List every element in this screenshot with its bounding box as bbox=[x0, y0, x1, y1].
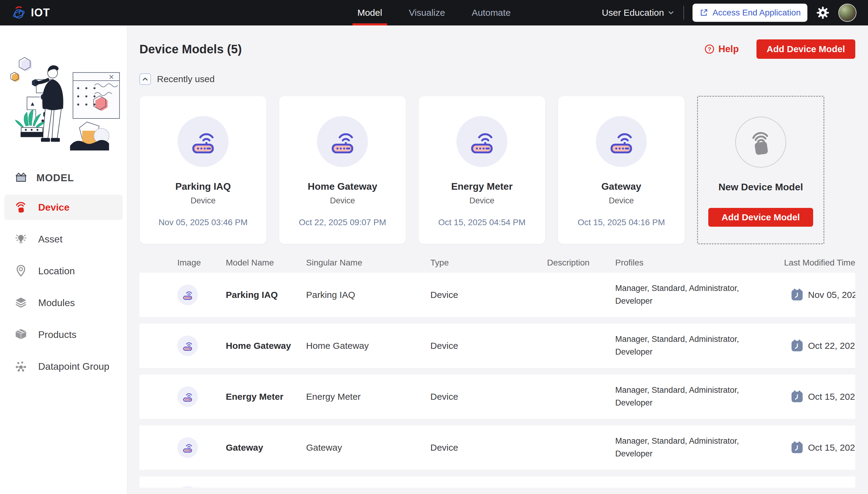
card-icon-circle bbox=[735, 117, 786, 168]
tab-visualize[interactable]: Visualize bbox=[404, 0, 450, 25]
card-type: Device bbox=[330, 196, 355, 206]
org-selector[interactable]: User Education bbox=[602, 7, 675, 18]
sidebar-section-label: MODEL bbox=[36, 172, 74, 184]
add-device-model-button[interactable]: Add Device Model bbox=[756, 39, 855, 59]
clock-icon bbox=[790, 390, 804, 403]
device-model-card[interactable]: Energy Meter Device Oct 15, 2025 04:54 P… bbox=[418, 96, 545, 244]
org-selector-label: User Education bbox=[602, 7, 664, 18]
row-avatar bbox=[177, 386, 198, 407]
card-modified-time: Oct 15, 2025 04:54 PM bbox=[438, 217, 525, 227]
card-icon-circle bbox=[457, 116, 507, 167]
card-modified-time: Nov 05, 2025 03:46 PM bbox=[158, 217, 248, 227]
column-header-model-name: Model Name bbox=[226, 258, 306, 268]
sidebar-illustration bbox=[6, 53, 121, 155]
topbar: IOT Model Visualize Automate User Educat… bbox=[0, 0, 868, 25]
card-type: Device bbox=[609, 196, 634, 206]
help-link[interactable]: Help bbox=[705, 44, 738, 55]
card-title: New Device Model bbox=[718, 182, 803, 193]
column-header-image: Image bbox=[139, 258, 226, 268]
device-model-card[interactable]: Home Gateway Device Oct 22, 2025 09:07 P… bbox=[279, 96, 406, 244]
router-device-icon bbox=[182, 340, 193, 352]
collapse-toggle-button[interactable] bbox=[139, 73, 151, 85]
recently-used-section: Recently used bbox=[139, 73, 855, 85]
settings-gear-icon[interactable] bbox=[816, 6, 830, 20]
card-icon-circle bbox=[178, 116, 229, 167]
row-avatar bbox=[177, 486, 198, 488]
hub-network-icon bbox=[14, 359, 28, 373]
row-avatar bbox=[177, 336, 198, 356]
router-device-icon bbox=[329, 128, 356, 155]
new-device-model-card[interactable]: New Device Model Add Device Model bbox=[697, 96, 824, 244]
table-row[interactable]: Home Gateway Home Gateway Device Manager… bbox=[139, 324, 855, 368]
clock-icon bbox=[790, 288, 804, 302]
router-device-icon bbox=[468, 128, 496, 155]
user-avatar[interactable] bbox=[838, 4, 856, 22]
app-title: IOT bbox=[31, 6, 50, 19]
card-modified-time: Oct 22, 2025 09:07 PM bbox=[299, 217, 386, 227]
column-header-last-modified: Last Modified Time bbox=[758, 258, 855, 268]
topbar-right: User Education Access End Application bbox=[602, 0, 868, 25]
router-device-icon bbox=[182, 442, 193, 453]
layers-icon bbox=[14, 296, 28, 310]
card-type: Device bbox=[191, 196, 216, 206]
external-link-icon bbox=[699, 8, 708, 17]
router-device-icon bbox=[182, 289, 193, 301]
add-device-model-card-button[interactable]: Add Device Model bbox=[708, 208, 813, 227]
sidebar-item-location[interactable]: Location bbox=[4, 258, 123, 284]
location-pin-icon bbox=[14, 264, 28, 278]
page-header: Device Models (5) Help Add Device Model bbox=[139, 39, 855, 59]
table-row-partial[interactable] bbox=[139, 476, 855, 488]
column-header-description: Description bbox=[547, 258, 615, 268]
new-device-icon bbox=[746, 128, 775, 157]
table-row[interactable]: Energy Meter Energy Meter Device Manager… bbox=[139, 375, 855, 419]
column-header-singular-name: Singular Name bbox=[306, 258, 430, 268]
column-header-type: Type bbox=[430, 258, 547, 268]
chevron-up-icon bbox=[141, 75, 149, 83]
sidebar-item-products[interactable]: Products bbox=[4, 322, 123, 347]
main-content: Device Models (5) Help Add Device Model … bbox=[127, 25, 868, 494]
recently-used-cards: Parking IAQ Device Nov 05, 2025 03:46 PM… bbox=[139, 96, 855, 244]
router-device-icon bbox=[189, 128, 217, 155]
table-row[interactable]: Gateway Gateway Device Manager, Standard… bbox=[139, 425, 855, 470]
app-logo[interactable]: IOT bbox=[0, 0, 127, 25]
sidebar-item-asset[interactable]: Asset bbox=[4, 226, 123, 252]
access-end-application-button[interactable]: Access End Application bbox=[693, 4, 807, 22]
column-header-profiles: Profiles bbox=[615, 258, 758, 268]
card-title: Energy Meter bbox=[451, 181, 513, 192]
sidebar-item-device[interactable]: Device bbox=[4, 194, 123, 220]
tab-model[interactable]: Model bbox=[352, 0, 387, 25]
card-modified-time: Oct 15, 2025 04:16 PM bbox=[578, 217, 665, 227]
router-device-icon bbox=[607, 128, 635, 155]
device-model-card[interactable]: Gateway Device Oct 15, 2025 04:16 PM bbox=[558, 96, 685, 244]
page-title: Device Models (5) bbox=[139, 42, 242, 56]
table-row[interactable]: Parking IAQ Parking IAQ Device Manager, … bbox=[139, 273, 855, 317]
recently-used-label: Recently used bbox=[157, 74, 215, 84]
chevron-down-icon bbox=[667, 9, 675, 17]
device-models-table: Image Model Name Singular Name Type Desc… bbox=[139, 253, 855, 488]
sidebar-item-datapoint-group[interactable]: Datapoint Group bbox=[4, 354, 123, 379]
card-type: Device bbox=[469, 196, 495, 206]
iot-logo-icon bbox=[12, 5, 26, 20]
card-title: Home Gateway bbox=[308, 181, 377, 192]
package-box-icon bbox=[14, 328, 28, 342]
row-avatar bbox=[177, 285, 198, 305]
router-device-icon bbox=[182, 391, 193, 402]
clock-icon bbox=[790, 339, 804, 353]
card-icon-circle bbox=[317, 116, 368, 167]
sidebar-item-modules[interactable]: Modules bbox=[4, 290, 123, 316]
card-title: Parking IAQ bbox=[175, 181, 231, 192]
help-icon bbox=[705, 44, 715, 54]
sidebar: MODEL Device Asset Location Modules Prod… bbox=[0, 25, 127, 494]
sidebar-section-model: MODEL bbox=[0, 171, 127, 185]
table-header: Image Model Name Singular Name Type Desc… bbox=[139, 253, 855, 273]
topbar-divider bbox=[683, 6, 684, 20]
device-model-card[interactable]: Parking IAQ Device Nov 05, 2025 03:46 PM bbox=[139, 96, 267, 244]
row-avatar bbox=[177, 437, 198, 458]
tab-automate[interactable]: Automate bbox=[467, 0, 515, 25]
device-icon bbox=[14, 200, 28, 214]
card-title: Gateway bbox=[601, 181, 641, 192]
clock-icon bbox=[790, 441, 804, 454]
open-box-icon bbox=[14, 171, 28, 185]
card-icon-circle bbox=[596, 116, 647, 167]
sidebar-menu: Device Asset Location Modules Products D… bbox=[0, 194, 127, 379]
